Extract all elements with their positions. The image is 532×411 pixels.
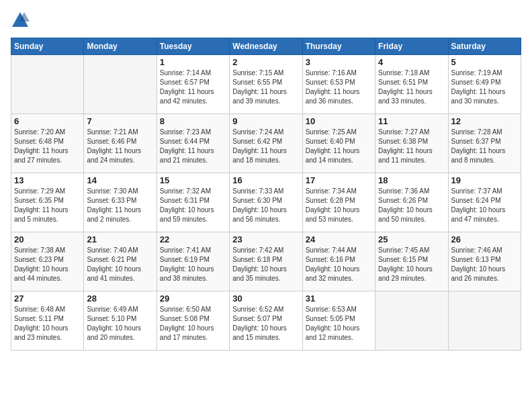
day-info: Sunrise: 7:27 AM Sunset: 6:38 PM Dayligh… bbox=[378, 128, 445, 165]
day-info: Sunrise: 7:37 AM Sunset: 6:24 PM Dayligh… bbox=[451, 187, 518, 224]
day-info: Sunrise: 7:36 AM Sunset: 6:26 PM Dayligh… bbox=[378, 187, 445, 224]
day-info: Sunrise: 7:30 AM Sunset: 6:33 PM Dayligh… bbox=[87, 187, 153, 224]
calendar-cell: 12Sunrise: 7:28 AM Sunset: 6:37 PM Dayli… bbox=[448, 114, 521, 173]
day-number: 11 bbox=[378, 116, 445, 126]
day-info: Sunrise: 6:53 AM Sunset: 5:05 PM Dayligh… bbox=[306, 305, 372, 342]
day-number: 29 bbox=[160, 293, 226, 304]
day-info: Sunrise: 7:15 AM Sunset: 6:55 PM Dayligh… bbox=[232, 68, 299, 106]
calendar-cell: 20Sunrise: 7:38 AM Sunset: 6:23 PM Dayli… bbox=[11, 232, 84, 291]
day-number: 31 bbox=[306, 293, 372, 304]
day-info: Sunrise: 7:45 AM Sunset: 6:15 PM Dayligh… bbox=[378, 246, 445, 283]
day-number: 6 bbox=[14, 116, 81, 126]
calendar-cell: 26Sunrise: 7:46 AM Sunset: 6:13 PM Dayli… bbox=[448, 232, 521, 291]
header-monday: Monday bbox=[84, 38, 157, 55]
logo-icon bbox=[11, 11, 30, 30]
calendar-cell: 24Sunrise: 7:44 AM Sunset: 6:16 PM Dayli… bbox=[302, 232, 375, 291]
calendar-cell: 6Sunrise: 7:20 AM Sunset: 6:48 PM Daylig… bbox=[11, 114, 84, 173]
calendar-cell: 18Sunrise: 7:36 AM Sunset: 6:26 PM Dayli… bbox=[375, 173, 448, 232]
day-info: Sunrise: 7:20 AM Sunset: 6:48 PM Dayligh… bbox=[14, 128, 81, 165]
header-sunday: Sunday bbox=[11, 38, 84, 55]
day-number: 7 bbox=[87, 116, 153, 126]
day-number: 9 bbox=[232, 116, 299, 126]
calendar-cell: 2Sunrise: 7:15 AM Sunset: 6:55 PM Daylig… bbox=[230, 55, 302, 114]
day-info: Sunrise: 7:24 AM Sunset: 6:42 PM Dayligh… bbox=[232, 128, 299, 165]
calendar-cell: 13Sunrise: 7:29 AM Sunset: 6:35 PM Dayli… bbox=[11, 173, 84, 232]
calendar-header-row: SundayMondayTuesdayWednesdayThursdayFrid… bbox=[11, 38, 521, 55]
header-tuesday: Tuesday bbox=[157, 38, 229, 55]
day-number: 17 bbox=[306, 175, 372, 185]
calendar-cell: 3Sunrise: 7:16 AM Sunset: 6:53 PM Daylig… bbox=[302, 55, 375, 114]
day-number: 30 bbox=[232, 293, 299, 304]
day-info: Sunrise: 7:25 AM Sunset: 6:40 PM Dayligh… bbox=[306, 128, 372, 165]
calendar-cell: 17Sunrise: 7:34 AM Sunset: 6:28 PM Dayli… bbox=[302, 173, 375, 232]
day-info: Sunrise: 7:14 AM Sunset: 6:57 PM Dayligh… bbox=[160, 68, 226, 106]
calendar-cell: 23Sunrise: 7:42 AM Sunset: 6:18 PM Dayli… bbox=[230, 232, 302, 291]
day-info: Sunrise: 6:52 AM Sunset: 5:07 PM Dayligh… bbox=[232, 305, 299, 342]
calendar-cell: 1Sunrise: 7:14 AM Sunset: 6:57 PM Daylig… bbox=[157, 55, 229, 114]
calendar-cell: 7Sunrise: 7:21 AM Sunset: 6:46 PM Daylig… bbox=[84, 114, 157, 173]
week-row-5: 27Sunrise: 6:48 AM Sunset: 5:11 PM Dayli… bbox=[11, 291, 521, 351]
day-info: Sunrise: 6:48 AM Sunset: 5:11 PM Dayligh… bbox=[14, 305, 81, 342]
calendar-cell: 22Sunrise: 7:41 AM Sunset: 6:19 PM Dayli… bbox=[157, 232, 229, 291]
day-info: Sunrise: 7:42 AM Sunset: 6:18 PM Dayligh… bbox=[232, 246, 299, 283]
day-number: 27 bbox=[14, 293, 81, 304]
calendar-table: SundayMondayTuesdayWednesdayThursdayFrid… bbox=[11, 38, 521, 351]
header-saturday: Saturday bbox=[448, 38, 521, 55]
calendar-cell: 15Sunrise: 7:32 AM Sunset: 6:31 PM Dayli… bbox=[157, 173, 229, 232]
day-number: 24 bbox=[306, 234, 372, 244]
day-number: 1 bbox=[160, 57, 226, 67]
day-number: 3 bbox=[306, 57, 372, 67]
calendar-cell bbox=[84, 55, 157, 114]
day-number: 19 bbox=[451, 175, 518, 185]
day-info: Sunrise: 6:50 AM Sunset: 5:08 PM Dayligh… bbox=[160, 305, 226, 342]
calendar-cell bbox=[448, 291, 521, 351]
day-number: 20 bbox=[14, 234, 81, 244]
day-info: Sunrise: 7:40 AM Sunset: 6:21 PM Dayligh… bbox=[87, 246, 153, 283]
day-number: 22 bbox=[160, 234, 226, 244]
calendar-cell: 5Sunrise: 7:19 AM Sunset: 6:49 PM Daylig… bbox=[448, 55, 521, 114]
week-row-4: 20Sunrise: 7:38 AM Sunset: 6:23 PM Dayli… bbox=[11, 232, 521, 291]
calendar-cell bbox=[11, 55, 84, 114]
calendar-cell: 30Sunrise: 6:52 AM Sunset: 5:07 PM Dayli… bbox=[230, 291, 302, 351]
header-friday: Friday bbox=[375, 38, 448, 55]
day-info: Sunrise: 6:49 AM Sunset: 5:10 PM Dayligh… bbox=[87, 305, 153, 342]
day-number: 23 bbox=[232, 234, 299, 244]
header-thursday: Thursday bbox=[302, 38, 375, 55]
day-number: 2 bbox=[232, 57, 299, 67]
day-info: Sunrise: 7:21 AM Sunset: 6:46 PM Dayligh… bbox=[87, 128, 153, 165]
calendar-cell: 29Sunrise: 6:50 AM Sunset: 5:08 PM Dayli… bbox=[157, 291, 229, 351]
calendar-cell: 9Sunrise: 7:24 AM Sunset: 6:42 PM Daylig… bbox=[230, 114, 302, 173]
calendar-cell: 16Sunrise: 7:33 AM Sunset: 6:30 PM Dayli… bbox=[230, 173, 302, 232]
day-info: Sunrise: 7:33 AM Sunset: 6:30 PM Dayligh… bbox=[232, 187, 299, 224]
calendar-cell: 19Sunrise: 7:37 AM Sunset: 6:24 PM Dayli… bbox=[448, 173, 521, 232]
day-info: Sunrise: 7:46 AM Sunset: 6:13 PM Dayligh… bbox=[451, 246, 518, 283]
week-row-3: 13Sunrise: 7:29 AM Sunset: 6:35 PM Dayli… bbox=[11, 173, 521, 232]
day-number: 16 bbox=[232, 175, 299, 185]
day-info: Sunrise: 7:18 AM Sunset: 6:51 PM Dayligh… bbox=[378, 68, 445, 106]
day-info: Sunrise: 7:38 AM Sunset: 6:23 PM Dayligh… bbox=[14, 246, 81, 283]
day-info: Sunrise: 7:34 AM Sunset: 6:28 PM Dayligh… bbox=[306, 187, 372, 224]
day-number: 8 bbox=[160, 116, 226, 126]
day-info: Sunrise: 7:28 AM Sunset: 6:37 PM Dayligh… bbox=[451, 128, 518, 165]
day-number: 28 bbox=[87, 293, 153, 304]
calendar-cell: 28Sunrise: 6:49 AM Sunset: 5:10 PM Dayli… bbox=[84, 291, 157, 351]
day-number: 12 bbox=[451, 116, 518, 126]
day-number: 14 bbox=[87, 175, 153, 185]
day-number: 5 bbox=[451, 57, 518, 67]
day-info: Sunrise: 7:23 AM Sunset: 6:44 PM Dayligh… bbox=[160, 128, 226, 165]
day-number: 4 bbox=[378, 57, 445, 67]
calendar-cell: 11Sunrise: 7:27 AM Sunset: 6:38 PM Dayli… bbox=[375, 114, 448, 173]
header-wednesday: Wednesday bbox=[230, 38, 302, 55]
calendar-cell: 8Sunrise: 7:23 AM Sunset: 6:44 PM Daylig… bbox=[157, 114, 229, 173]
logo bbox=[11, 11, 32, 30]
day-number: 18 bbox=[378, 175, 445, 185]
day-number: 13 bbox=[14, 175, 81, 185]
day-number: 21 bbox=[87, 234, 153, 244]
calendar-cell: 21Sunrise: 7:40 AM Sunset: 6:21 PM Dayli… bbox=[84, 232, 157, 291]
day-info: Sunrise: 7:41 AM Sunset: 6:19 PM Dayligh… bbox=[160, 246, 226, 283]
day-number: 10 bbox=[306, 116, 372, 126]
calendar-cell: 27Sunrise: 6:48 AM Sunset: 5:11 PM Dayli… bbox=[11, 291, 84, 351]
day-info: Sunrise: 7:16 AM Sunset: 6:53 PM Dayligh… bbox=[306, 68, 372, 106]
calendar-cell: 31Sunrise: 6:53 AM Sunset: 5:05 PM Dayli… bbox=[302, 291, 375, 351]
calendar-cell: 14Sunrise: 7:30 AM Sunset: 6:33 PM Dayli… bbox=[84, 173, 157, 232]
